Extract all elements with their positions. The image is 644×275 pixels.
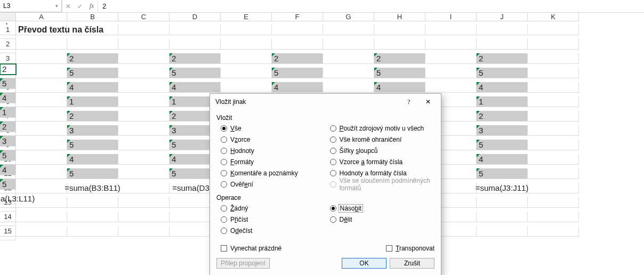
cell[interactable]	[16, 39, 67, 50]
fx-icon[interactable]: fx	[86, 0, 98, 12]
col-header-g[interactable]: G	[323, 13, 374, 21]
cell[interactable]	[118, 82, 170, 93]
cell[interactable]: 5	[477, 168, 528, 179]
cell[interactable]: 5	[477, 140, 528, 150]
cell[interactable]: 2	[272, 53, 323, 64]
op-add[interactable]: Přičíst	[221, 215, 326, 224]
confirm-formula-icon[interactable]: ✓	[74, 0, 86, 12]
cell[interactable]	[118, 140, 170, 150]
cell[interactable]	[16, 226, 67, 237]
cell[interactable]: 5	[67, 68, 118, 78]
cell[interactable]	[528, 168, 579, 179]
cell[interactable]: 3	[67, 125, 118, 136]
cell[interactable]: 5	[0, 78, 16, 89]
cell[interactable]: 2	[477, 111, 528, 122]
formula-input[interactable]	[98, 0, 644, 12]
cell[interactable]: Převod textu na čísla	[16, 25, 67, 35]
cell[interactable]: 4	[170, 82, 221, 93]
cell[interactable]	[0, 50, 16, 53]
opt-formulas[interactable]: Vzorce	[221, 135, 326, 144]
opt-no-borders[interactable]: Vše kromě ohraničení	[330, 135, 435, 144]
cell[interactable]: 5	[67, 140, 118, 150]
cell[interactable]: 2	[67, 111, 118, 122]
cell[interactable]	[528, 197, 579, 208]
cell[interactable]	[16, 197, 67, 208]
cell[interactable]: 4	[0, 93, 16, 103]
ok-button[interactable]: OK	[342, 258, 387, 269]
opt-values[interactable]: Hodnoty	[221, 146, 326, 155]
cell[interactable]	[118, 68, 170, 78]
op-multiply[interactable]: Násobit	[330, 204, 435, 213]
cell[interactable]	[118, 96, 170, 107]
cell[interactable]	[221, 39, 272, 50]
cell[interactable]	[16, 96, 67, 107]
cell[interactable]	[528, 68, 579, 78]
cell[interactable]	[16, 82, 67, 93]
cell[interactable]: 5	[477, 68, 528, 78]
cell[interactable]	[272, 25, 323, 35]
cell[interactable]	[16, 140, 67, 150]
cell[interactable]	[425, 82, 477, 93]
col-header-f[interactable]: F	[272, 13, 323, 21]
cell[interactable]	[16, 183, 67, 193]
col-header-a[interactable]: A	[16, 13, 67, 21]
cell[interactable]	[118, 197, 170, 208]
cell[interactable]	[16, 111, 67, 122]
opt-col-widths[interactable]: Šířky sloupců	[330, 146, 435, 155]
col-header-j[interactable]: J	[477, 13, 528, 21]
cell[interactable]	[323, 39, 374, 50]
cell[interactable]	[16, 154, 67, 165]
cell[interactable]	[323, 53, 374, 64]
cell[interactable]	[221, 25, 272, 35]
cell[interactable]	[118, 25, 170, 35]
cell[interactable]	[323, 68, 374, 78]
cell[interactable]: 3	[477, 125, 528, 136]
cell[interactable]	[67, 197, 118, 208]
cell[interactable]	[528, 96, 579, 107]
cell[interactable]: 1	[0, 107, 16, 118]
cell[interactable]	[221, 53, 272, 64]
op-divide[interactable]: Dělit	[330, 215, 435, 224]
col-header-c[interactable]: C	[118, 13, 170, 21]
cell[interactable]	[323, 82, 374, 93]
cell[interactable]	[118, 111, 170, 122]
cell[interactable]: 2	[67, 53, 118, 64]
cell[interactable]	[67, 39, 118, 50]
select-all-corner[interactable]	[0, 13, 16, 21]
cell[interactable]	[170, 25, 221, 35]
cell[interactable]	[425, 39, 477, 50]
opt-formulas-formats[interactable]: Vzorce a formáty čísla	[330, 157, 435, 166]
cell[interactable]	[528, 183, 579, 193]
cell[interactable]	[528, 82, 579, 93]
chk-skip-blanks[interactable]: Vynechat prázdné	[221, 244, 281, 253]
cancel-formula-icon[interactable]: ✕	[62, 0, 74, 12]
cell[interactable]	[477, 39, 528, 50]
cell[interactable]	[0, 208, 16, 212]
cell[interactable]: 4	[374, 82, 425, 93]
cell[interactable]	[477, 212, 528, 222]
col-header-e[interactable]: E	[221, 13, 272, 21]
cell[interactable]	[118, 154, 170, 165]
cell[interactable]	[118, 125, 170, 136]
cell[interactable]	[323, 25, 374, 35]
cell[interactable]: 5	[0, 150, 16, 161]
cell[interactable]	[0, 222, 16, 226]
op-subtract[interactable]: Odečíst	[221, 226, 326, 235]
cell[interactable]: 1	[67, 96, 118, 107]
cell[interactable]	[67, 226, 118, 237]
cell[interactable]	[221, 82, 272, 93]
cell[interactable]: =suma(J3:J11)	[477, 183, 528, 193]
name-box[interactable]: L3 ▾	[0, 0, 62, 12]
cell[interactable]: 3	[0, 136, 16, 147]
cell[interactable]	[118, 226, 170, 237]
cancel-button[interactable]: Zrušit	[390, 258, 434, 269]
cell[interactable]	[528, 226, 579, 237]
help-button[interactable]: ?	[400, 97, 417, 107]
cell[interactable]	[0, 237, 16, 240]
cell[interactable]: =suma(B3:B11)	[67, 183, 118, 193]
cell[interactable]	[16, 168, 67, 179]
cell[interactable]: 2	[0, 64, 16, 75]
cell[interactable]	[272, 39, 323, 50]
cell[interactable]	[528, 154, 579, 165]
cell[interactable]: 4	[477, 82, 528, 93]
